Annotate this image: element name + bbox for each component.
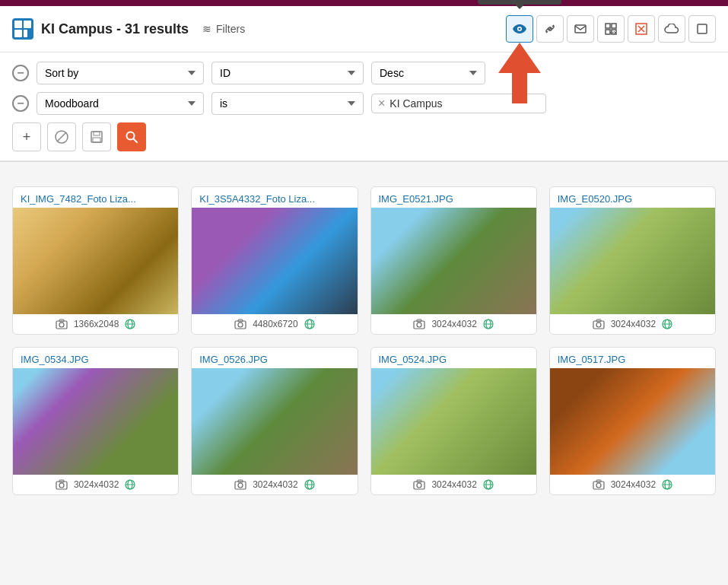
- globe-icon: [125, 479, 135, 490]
- image-title: IMG_E0521.JPG: [371, 187, 536, 208]
- cloud-button[interactable]: [658, 15, 685, 43]
- filters-label: Filters: [216, 23, 245, 35]
- svg-rect-3: [24, 30, 27, 37]
- search-icon: [125, 130, 138, 144]
- camera-icon: [234, 319, 246, 329]
- camera-icon: [234, 479, 246, 490]
- content-divider: [0, 161, 728, 162]
- tag-input: × KI Campus: [371, 94, 546, 113]
- globe-icon: [125, 319, 135, 329]
- svg-rect-10: [606, 30, 610, 34]
- grid-select-icon: [605, 23, 617, 35]
- save-button[interactable]: [82, 122, 111, 151]
- operator-select[interactable]: is is not contains: [211, 92, 364, 115]
- header: KI Campus - 31 results ≋ Filters View mo…: [0, 6, 728, 52]
- image-dimensions: 1366x2048: [74, 319, 119, 329]
- tag-value: KI Campus: [389, 97, 442, 110]
- mail-button[interactable]: [567, 15, 594, 43]
- square-icon: [696, 23, 708, 35]
- image-footer: 3024x4032: [371, 475, 536, 494]
- filter-row-2: − Moodboard Album Collection is is not c…: [12, 92, 716, 115]
- svg-rect-0: [14, 21, 22, 28]
- svg-point-22: [59, 323, 64, 327]
- image-title: IMG_0526.JPG: [192, 348, 357, 368]
- svg-point-52: [238, 483, 243, 488]
- image-thumbnail: [550, 368, 715, 475]
- ban-button[interactable]: [47, 122, 76, 151]
- image-thumbnail: [371, 208, 536, 314]
- image-card[interactable]: KI_3S5A4332_Foto Liza... 4480x6720: [191, 186, 358, 335]
- top-bar: [0, 0, 728, 6]
- save-icon: [90, 130, 103, 144]
- image-footer: 3024x4032: [371, 314, 536, 334]
- image-thumbnail: [13, 368, 178, 475]
- image-title: IMG_0517.JPG: [550, 348, 715, 368]
- image-footer: 3024x4032: [550, 314, 715, 334]
- moodboard-select[interactable]: Moodboard Album Collection: [37, 92, 204, 115]
- camera-icon: [413, 319, 425, 329]
- remove-filter-2-button[interactable]: −: [12, 95, 29, 112]
- image-grid: KI_IMG_7482_Foto Liza... 1366x2048 KI_3S…: [12, 186, 716, 495]
- image-card[interactable]: IMG_0534.JPG 3024x4032: [12, 347, 179, 495]
- svg-rect-18: [93, 138, 100, 142]
- globe-icon: [662, 479, 672, 490]
- globe-icon: [483, 319, 494, 329]
- image-title: IMG_E0520.JPG: [550, 187, 715, 208]
- image-thumbnail: [550, 208, 715, 314]
- globe-icon: [304, 479, 315, 490]
- sort-field-select[interactable]: ID Name Date: [211, 62, 364, 84]
- image-footer: 3024x4032: [550, 475, 715, 494]
- ban-icon: [54, 129, 69, 145]
- remove-filter-1-button[interactable]: −: [12, 65, 29, 81]
- add-filter-button[interactable]: +: [12, 122, 41, 151]
- image-dimensions: 3024x4032: [611, 479, 656, 490]
- main-content: KI_IMG_7482_Foto Liza... 1366x2048 KI_3S…: [0, 174, 728, 507]
- link-icon: [544, 23, 556, 35]
- sort-by-select[interactable]: Sort by Name Date Size: [37, 62, 204, 84]
- svg-point-28: [238, 323, 243, 327]
- svg-rect-11: [612, 30, 616, 34]
- svg-rect-9: [612, 24, 616, 28]
- square-button[interactable]: [688, 15, 716, 43]
- page-title: KI Campus - 31 results: [41, 21, 189, 37]
- image-card[interactable]: KI_IMG_7482_Foto Liza... 1366x2048: [12, 186, 179, 335]
- svg-line-20: [134, 139, 138, 143]
- filter-row-1: − Sort by Name Date Size ID Name Date De…: [12, 62, 716, 84]
- svg-rect-8: [606, 24, 610, 28]
- image-footer: 3024x4032: [13, 475, 178, 494]
- search-button[interactable]: [117, 122, 146, 151]
- camera-icon: [593, 319, 605, 329]
- filters-area: − Sort by Name Date Size ID Name Date De…: [0, 52, 728, 161]
- cross-box-icon: [635, 23, 647, 35]
- globe-icon: [662, 319, 672, 329]
- image-dimensions: 3024x4032: [611, 319, 656, 329]
- image-card[interactable]: IMG_0524.JPG 3024x4032: [370, 347, 537, 495]
- svg-point-64: [596, 483, 601, 488]
- image-title: IMG_0534.JPG: [13, 348, 178, 368]
- svg-point-5: [519, 28, 521, 30]
- image-footer: 1366x2048: [13, 314, 178, 334]
- image-title: KI_IMG_7482_Foto Liza...: [13, 187, 178, 208]
- filters-button[interactable]: ≋ Filters: [196, 20, 251, 38]
- svg-point-58: [417, 483, 421, 488]
- image-card[interactable]: IMG_0517.JPG 3024x4032: [549, 347, 716, 495]
- image-card[interactable]: IMG_E0521.JPG 3024x4032: [370, 186, 537, 335]
- image-dimensions: 3024x4032: [431, 479, 476, 490]
- svg-rect-7: [575, 25, 586, 33]
- image-thumbnail: [192, 208, 357, 314]
- cross-box-button[interactable]: [628, 15, 655, 43]
- image-title: IMG_0524.JPG: [371, 348, 536, 368]
- view-moodboard-button[interactable]: [506, 15, 533, 43]
- svg-line-15: [57, 132, 66, 141]
- tag-remove-button[interactable]: ×: [378, 97, 385, 110]
- image-dimensions: 3024x4032: [431, 319, 476, 329]
- camera-icon: [56, 319, 68, 329]
- link-button[interactable]: [536, 15, 564, 43]
- header-right: View moodboard: [506, 15, 716, 43]
- sort-direction-select[interactable]: Desc Asc: [371, 62, 485, 84]
- image-card[interactable]: IMG_0526.JPG 3024x4032: [191, 347, 358, 495]
- grid-select-button[interactable]: [597, 15, 625, 43]
- image-card[interactable]: IMG_E0520.JPG 3024x4032: [549, 186, 716, 335]
- image-dimensions: 3024x4032: [74, 479, 119, 490]
- image-thumbnail: [13, 208, 178, 314]
